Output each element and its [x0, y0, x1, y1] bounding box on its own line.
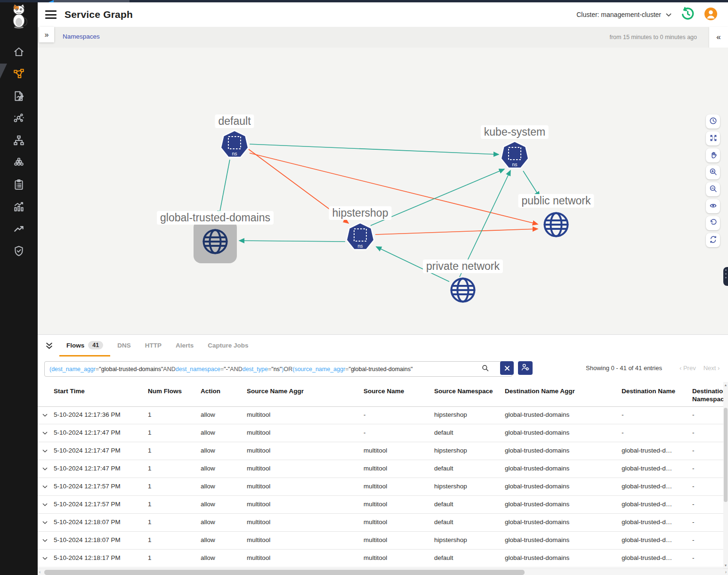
row-expander-icon[interactable]	[42, 496, 54, 513]
search-icon	[482, 364, 489, 373]
table-cell: 1	[148, 442, 201, 460]
table-cell: allow	[201, 478, 247, 495]
graph-tool-pan-button[interactable]	[706, 148, 720, 162]
cluster-selector-label: Cluster: management-cluster	[576, 11, 661, 18]
row-expander-icon[interactable]	[42, 514, 54, 531]
history-button[interactable]	[680, 7, 695, 23]
tab-dns[interactable]: DNS	[110, 335, 138, 356]
sidebar-item-compliance[interactable]	[13, 179, 25, 192]
column-header[interactable]: Source Name	[364, 387, 434, 403]
graph-tool-time-button[interactable]	[706, 114, 720, 129]
next-page-button[interactable]: Next ›	[704, 364, 720, 372]
table-cell: default	[434, 514, 505, 531]
tab-capture-jobs[interactable]: Capture Jobs	[201, 335, 255, 356]
horizontal-scrollbar[interactable]: ‹ ›	[38, 568, 728, 575]
table-row[interactable]: 5-10-2024 12:18:07 PM1allowmultitoolmult…	[38, 514, 728, 532]
tab-label: DNS	[117, 342, 131, 349]
graph-node-hipstershop[interactable]: ns	[345, 222, 375, 252]
sidebar-item-clusters[interactable]	[13, 157, 25, 170]
column-header[interactable]: Action	[201, 387, 247, 403]
column-header[interactable]: Start Time	[54, 387, 148, 403]
graph-node-global-trusted-domains[interactable]	[201, 227, 230, 256]
sidebar-item-network-topology[interactable]	[13, 135, 25, 147]
breadcrumb[interactable]: Namespaces	[63, 33, 100, 40]
app-header: Service Graph Cluster: management-cluste…	[38, 2, 728, 27]
graph-tool-eye-button[interactable]	[706, 199, 720, 213]
graph-node-public-network[interactable]	[542, 210, 571, 239]
row-expander-icon[interactable]	[42, 532, 54, 549]
column-header[interactable]: Destination Name Aggr	[505, 387, 622, 403]
vertical-scrollbar-thumb[interactable]	[724, 408, 728, 502]
filter-row: (dest_name_aggr = "global-trusted-domain…	[38, 360, 728, 379]
column-header[interactable]: Destination Namespace	[692, 387, 728, 403]
collapse-panel-button[interactable]: «	[709, 27, 728, 48]
graph-node-default[interactable]: ns	[219, 130, 250, 160]
sidebar-item-home[interactable]	[13, 47, 25, 59]
row-expander-icon[interactable]	[42, 550, 54, 567]
row-expander-icon[interactable]	[42, 406, 54, 424]
graph-tool-undo-button[interactable]	[706, 216, 720, 230]
table-cell: global-trusted-domains	[505, 442, 622, 460]
graph-node-private-network[interactable]	[448, 275, 477, 305]
collapse-flows-icon[interactable]	[45, 341, 54, 350]
sidebar-item-service-graph[interactable]	[13, 69, 25, 81]
expand-panel-button[interactable]: »	[39, 27, 54, 42]
row-expander-icon[interactable]	[42, 424, 54, 442]
drawer-handle[interactable]	[723, 267, 728, 286]
graph-node-label-default: default	[215, 114, 254, 128]
row-expander-icon[interactable]	[42, 442, 54, 460]
trend-icon	[13, 223, 25, 237]
table-row[interactable]: 5-10-2024 12:18:07 PM1allowmultitoolmult…	[38, 532, 728, 550]
clear-filter-button[interactable]	[500, 361, 514, 375]
column-header[interactable]: Source Name Aggr	[247, 387, 364, 403]
stats-icon	[13, 201, 25, 215]
table-cell: -	[692, 496, 728, 513]
column-header[interactable]	[42, 387, 54, 403]
cluster-icon	[13, 156, 25, 170]
table-cell: hipstershop	[434, 442, 505, 460]
sidebar-item-endpoints[interactable]	[13, 113, 25, 125]
graph-tool-zoom-out-button[interactable]	[706, 182, 720, 196]
hamburger-menu-button[interactable]	[45, 10, 57, 19]
table-row[interactable]: 5-10-2024 12:17:47 PM1allowmultitoolmult…	[38, 442, 728, 460]
table-cell: 5-10-2024 12:18:07 PM	[54, 532, 148, 549]
time-icon	[709, 117, 717, 127]
row-expander-icon[interactable]	[42, 478, 54, 495]
filter-token: =	[268, 366, 271, 373]
tab-alerts[interactable]: Alerts	[169, 335, 201, 356]
table-cell: 5-10-2024 12:17:47 PM	[54, 460, 148, 478]
sidebar-item-dashboards[interactable]	[13, 202, 25, 214]
filter-input[interactable]: (dest_name_aggr = "global-trusted-domain…	[44, 361, 512, 377]
column-header[interactable]: Destination Name	[622, 387, 692, 403]
sidebar-item-policies[interactable]	[13, 91, 25, 103]
flows-table-body: 5-10-2024 12:17:36 PM1allowmultitool-hip…	[38, 406, 728, 568]
table-row[interactable]: 5-10-2024 12:17:47 PM1allowmultitool-def…	[38, 424, 728, 442]
graph-tool-fit-button[interactable]	[706, 131, 720, 146]
column-header[interactable]: Num Flows	[148, 387, 201, 403]
sidebar-item-threat-defense[interactable]	[13, 246, 25, 258]
table-row[interactable]: 5-10-2024 12:17:57 PM1allowmultitoolmult…	[38, 478, 728, 496]
cluster-selector[interactable]: Cluster: management-cluster	[576, 11, 671, 18]
table-cell: 1	[148, 478, 201, 495]
filter-token: "global-trusted-domains"	[99, 366, 163, 373]
row-expander-icon[interactable]	[42, 460, 54, 478]
graph-tool-zoom-in-button[interactable]	[706, 165, 720, 179]
table-cell: global-trusted-domains	[505, 424, 622, 442]
graph-node-label-private-network: private network	[423, 259, 503, 273]
table-row[interactable]: 5-10-2024 12:17:36 PM1allowmultitool-hip…	[38, 406, 728, 424]
horizontal-scrollbar-thumb[interactable]	[44, 570, 525, 575]
tab-flows[interactable]: Flows41	[59, 335, 110, 356]
prev-page-button[interactable]: ‹ Prev	[679, 364, 696, 372]
vertical-scrollbar[interactable]: ▲ ▼	[723, 382, 728, 568]
graph-node-kube-system[interactable]: ns	[500, 140, 530, 170]
table-row[interactable]: 5-10-2024 12:17:57 PM1allowmultitoolmult…	[38, 496, 728, 514]
customize-columns-button[interactable]	[518, 361, 533, 375]
table-row[interactable]: 5-10-2024 12:17:47 PM1allowmultitoolmult…	[38, 460, 728, 478]
user-avatar[interactable]	[704, 7, 718, 23]
table-row[interactable]: 5-10-2024 12:18:17 PM1allowmultitoolmult…	[38, 550, 728, 567]
graph-tool-refresh-button[interactable]	[706, 233, 720, 247]
column-header[interactable]: Source Namespace	[434, 387, 505, 403]
sidebar-item-trends[interactable]	[13, 224, 25, 236]
tab-http[interactable]: HTTP	[138, 335, 169, 356]
service-graph-canvas[interactable]: nsnsns defaultkube-systemglobal-trusted-…	[38, 48, 728, 334]
